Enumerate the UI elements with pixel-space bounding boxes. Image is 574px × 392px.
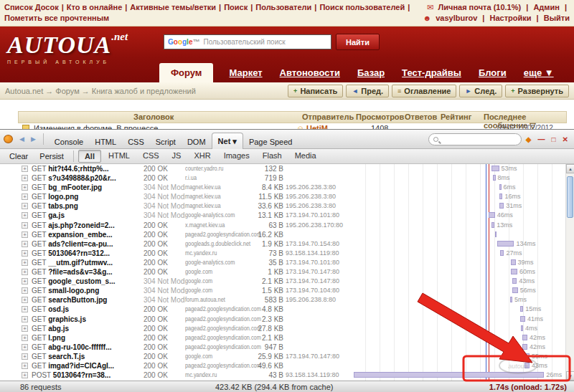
topbar-link[interactable]: Активные темы/ветки [130, 3, 216, 11]
request-row[interactable]: +GET imgad?id=CICAgI...200 OKpagead2.goo… [0, 361, 565, 371]
expand-icon[interactable]: + [22, 278, 28, 285]
request-row[interactable]: +GET bg_mFooter.jpg304 Not Modifiedmagne… [0, 183, 565, 192]
site-logo[interactable]: AUTOUA.net ПЕРВЫЙ АВТОКЛУБ [7, 31, 128, 64]
firebug-tab-dom[interactable]: DOM [182, 134, 212, 149]
username-link[interactable]: vasylburov [436, 14, 477, 22]
filter-tab-css[interactable]: CSS [137, 150, 165, 163]
firebug-tab-net[interactable]: Net ▾ [212, 133, 243, 149]
scrollbar[interactable]: ▲ ▼ [565, 164, 574, 381]
scroll-down-icon[interactable]: ▼ [566, 371, 574, 381]
expand-icon[interactable]: + [22, 259, 28, 266]
crumb-button[interactable]: ►След. [459, 85, 502, 97]
search-input[interactable]: Google™ Пользовательский поиск [164, 34, 331, 49]
request-row[interactable]: +GET small-logo.png304 Not Modifiedgoogl… [0, 286, 565, 295]
request-row[interactable]: +GET osd.js200 OKpagead2.googlesyndicati… [0, 305, 565, 314]
firebug-options-icon[interactable]: ◆ [524, 135, 534, 143]
request-row[interactable]: +GET 5013064?rn=312...200 OKmc.yandex.ru… [0, 249, 565, 258]
request-row[interactable]: +GET hit?t44.6;rhttp%...200 OKcounter.ya… [0, 164, 565, 173]
request-row[interactable]: +GET ga.js304 Not Modifiedgoogle-analyti… [0, 211, 565, 220]
expand-icon[interactable]: + [22, 335, 28, 341]
expand-icon[interactable]: + [22, 353, 28, 360]
back-icon[interactable]: ◀ [17, 135, 27, 143]
forum-column-header[interactable]: Ответов [405, 113, 437, 121]
request-row[interactable]: +GET google_custom_s...304 Not Modifiedg… [0, 277, 565, 286]
forum-column-header[interactable]: Заголовок [133, 113, 174, 121]
expand-icon[interactable]: + [22, 231, 28, 238]
topbar-link[interactable]: Поиск пользователей [319, 3, 405, 11]
forum-column-header[interactable]: Рейтинг [441, 113, 471, 121]
firebug-tab-html[interactable]: HTML [89, 134, 122, 149]
nav-tab[interactable]: Тест-драйвы [400, 63, 463, 82]
expand-icon[interactable]: + [22, 344, 28, 350]
expand-icon[interactable]: + [22, 372, 28, 378]
search-button[interactable]: Найти [336, 34, 380, 50]
expand-icon[interactable]: + [22, 269, 28, 275]
request-row[interactable]: +GET __utm.gif?utmwv...200 OKgoogle-anal… [0, 258, 565, 267]
close-icon[interactable]: ✕ [560, 135, 570, 143]
nav-tab[interactable]: Автоновости [278, 63, 342, 82]
expand-icon[interactable]: + [22, 222, 28, 229]
filter-tab-xhr[interactable]: XHR [188, 150, 216, 163]
request-row[interactable]: +GET searchButton.jpg304 Not Modifiedfor… [0, 295, 565, 305]
clear-button[interactable]: Clear [4, 150, 33, 162]
expand-icon[interactable]: + [22, 287, 28, 294]
firebug-search-input[interactable] [428, 133, 522, 145]
detach-icon[interactable]: □ [550, 135, 558, 143]
expand-icon[interactable]: + [22, 297, 28, 303]
firebug-icon[interactable] [4, 135, 13, 143]
topbar-link[interactable]: Список Досок [4, 3, 59, 11]
firebug-tab-css[interactable]: CSS [122, 134, 150, 149]
nav-tab[interactable]: Форум [159, 63, 213, 82]
expand-icon[interactable]: + [22, 166, 28, 172]
request-row[interactable]: +GET search.T.js200 OKgoogle.com25.9 KB1… [0, 352, 565, 361]
crumb-button[interactable]: ≡Оглавление [392, 85, 456, 97]
filter-tab-media[interactable]: Media [289, 150, 322, 163]
request-row[interactable]: +GET abg-ru-100c-ffffff...200 OKpagead2.… [0, 343, 565, 352]
expand-icon[interactable]: + [22, 203, 28, 209]
request-row[interactable]: +GET graphics.js200 OKpagead2.googlesynd… [0, 315, 565, 324]
scrollbar-thumb[interactable] [567, 176, 573, 218]
nav-tab[interactable]: Блоги [477, 63, 508, 82]
crumb-button[interactable]: ◄Пред. [346, 85, 389, 97]
nav-tab[interactable]: Базар [356, 63, 386, 82]
topbar-link[interactable]: Кто в онлайне [67, 3, 123, 11]
expand-icon[interactable]: + [22, 241, 28, 247]
expand-icon[interactable]: + [22, 325, 28, 332]
topbar-link[interactable]: Пользователи [255, 3, 311, 11]
filter-tab-flash[interactable]: Flash [257, 150, 288, 163]
request-row[interactable]: +GET expansion_embe...200 OKpagead2.goog… [0, 230, 565, 239]
persist-button[interactable]: Persist [34, 150, 69, 162]
expand-icon[interactable]: + [22, 184, 28, 191]
minimize-icon[interactable]: — [536, 135, 547, 143]
request-row[interactable]: +GET s?u349888&p20&r...200 OKr.i.ua719 B… [0, 173, 565, 183]
filter-tab-js[interactable]: JS [166, 150, 187, 163]
firebug-tab-console[interactable]: Console [49, 134, 89, 149]
nav-tab[interactable]: еще ▼ [522, 63, 555, 82]
mark-all-read-link[interactable]: Пометить все прочтенным [4, 13, 109, 24]
expand-icon[interactable]: + [22, 193, 28, 200]
private-mail-link[interactable]: Личная почта (10.1%) [438, 3, 522, 11]
expand-icon[interactable]: + [22, 316, 28, 322]
logout-link[interactable]: Выйти [544, 14, 570, 22]
nav-tab[interactable]: Маркет [227, 63, 263, 82]
request-row[interactable]: +GET tabs.png304 Not Modifiedmagnet.kiev… [0, 201, 565, 211]
request-row[interactable]: +GET abg.js200 OKpagead2.googlesyndicati… [0, 324, 565, 333]
forward-icon[interactable]: ▶ [29, 135, 38, 143]
forum-column-header[interactable]: Отправитель [302, 113, 354, 121]
crumb-button[interactable]: +Развернуть [505, 85, 569, 97]
firebug-tab-page-speed[interactable]: Page Speed [243, 134, 298, 149]
request-row[interactable]: +GET ajs.php?zoneid=2...200 OKx.magnet.k… [0, 221, 565, 230]
firebug-tab-script[interactable]: Script [150, 134, 182, 149]
admin-link[interactable]: Админ [533, 3, 559, 11]
expand-icon[interactable]: + [22, 306, 28, 312]
scroll-up-icon[interactable]: ▲ [566, 164, 574, 173]
request-row[interactable]: +GET ads?client=ca-pu...200 OKgoogleads.… [0, 239, 565, 249]
expand-icon[interactable]: + [22, 363, 28, 369]
expand-icon[interactable]: + [22, 175, 28, 181]
filter-tab-images[interactable]: Images [218, 150, 255, 163]
filter-tab-html[interactable]: HTML [103, 150, 136, 163]
crumb-button[interactable]: +Написать [288, 85, 343, 97]
expand-icon[interactable]: + [22, 212, 28, 219]
forum-column-header[interactable]: Просмотров [356, 113, 404, 121]
breadcrumb[interactable]: Autoua.net → Форум → Книга жалоб и предл… [5, 87, 196, 95]
